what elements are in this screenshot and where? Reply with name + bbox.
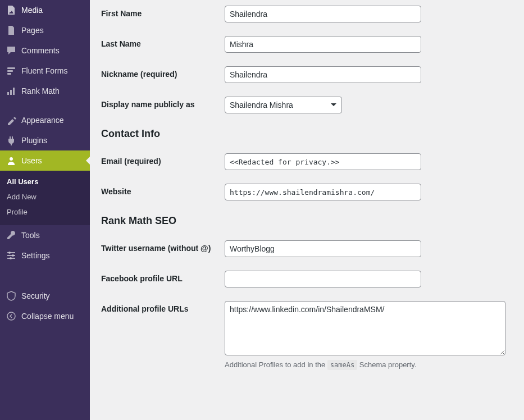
sidebar-item-label: Media (21, 6, 43, 15)
svg-rect-3 (7, 92, 9, 95)
chart-icon (6, 85, 17, 97)
additional-urls-label: Additional profile URLs (101, 301, 225, 313)
sidebar-item-collapse[interactable]: Collapse menu (0, 306, 90, 326)
plugins-icon (6, 135, 17, 146)
display-name-label: Display name publicly as (101, 97, 225, 109)
sidebar-item-label: Plugins (21, 136, 47, 145)
svg-rect-4 (10, 90, 12, 95)
collapse-icon (6, 311, 17, 322)
svg-point-10 (12, 254, 14, 257)
sidebar-item-plugins[interactable]: Plugins (0, 130, 90, 150)
comments-icon (6, 45, 17, 56)
sameas-code: sameAs (327, 360, 357, 370)
admin-sidebar: Media Pages Comments Fluent Forms Rank M… (0, 0, 90, 420)
svg-rect-0 (7, 67, 15, 69)
display-name-select[interactable]: Shailendra Mishra (225, 97, 342, 113)
sidebar-item-label: Rank Math (21, 86, 60, 95)
tools-icon (6, 230, 17, 241)
first-name-label: First Name (101, 6, 225, 18)
svg-point-12 (10, 257, 12, 259)
website-input[interactable] (225, 184, 421, 200)
svg-rect-2 (7, 73, 11, 75)
sidebar-item-security[interactable]: Security (0, 286, 90, 306)
svg-rect-5 (13, 88, 15, 95)
rankmath-heading: Rank Math SEO (101, 215, 513, 227)
sidebar-item-users[interactable]: Users (0, 150, 90, 171)
email-label: Email (required) (101, 153, 225, 166)
facebook-input[interactable] (225, 271, 421, 287)
appearance-icon (6, 115, 17, 126)
users-submenu: All Users Add New Profile (0, 171, 90, 225)
submenu-add-new[interactable]: Add New (0, 189, 90, 204)
settings-icon (6, 250, 17, 261)
sidebar-item-label: Settings (21, 251, 50, 260)
submenu-profile[interactable]: Profile (0, 204, 90, 220)
facebook-label: Facebook profile URL (101, 271, 225, 283)
svg-point-8 (8, 252, 11, 254)
sidebar-item-label: Appearance (21, 116, 64, 125)
twitter-input[interactable] (225, 240, 421, 257)
first-name-input[interactable] (225, 6, 421, 22)
additional-urls-textarea[interactable]: https://www.linkedin.com/in/ShailendraMS… (225, 301, 505, 355)
contact-info-heading: Contact Info (101, 128, 513, 140)
sidebar-item-media[interactable]: Media (0, 0, 90, 20)
main-content: First Name Last Name Nickname (required)… (90, 0, 524, 420)
svg-point-13 (7, 312, 15, 320)
svg-rect-1 (7, 70, 13, 72)
last-name-input[interactable] (225, 36, 421, 53)
nickname-input[interactable] (225, 66, 421, 83)
forms-icon (6, 65, 17, 76)
additional-urls-description: Additional Profiles to add in the sameAs… (225, 360, 505, 369)
media-icon (6, 4, 17, 16)
nickname-label: Nickname (required) (101, 66, 225, 79)
submenu-all-users[interactable]: All Users (0, 174, 90, 189)
sidebar-item-label: Security (21, 291, 50, 300)
sidebar-item-appearance[interactable]: Appearance (0, 110, 90, 130)
sidebar-item-rank-math[interactable]: Rank Math (0, 81, 90, 101)
sidebar-item-label: Tools (21, 231, 40, 240)
email-input[interactable] (225, 153, 421, 170)
pages-icon (6, 25, 17, 36)
last-name-label: Last Name (101, 36, 225, 48)
sidebar-item-comments[interactable]: Comments (0, 40, 90, 61)
sidebar-item-label: Collapse menu (21, 312, 74, 321)
sidebar-item-label: Comments (21, 46, 60, 55)
website-label: Website (101, 184, 225, 196)
sidebar-item-label: Pages (21, 26, 44, 35)
sidebar-item-label: Users (21, 156, 42, 165)
twitter-label: Twitter username (without @) (101, 240, 225, 253)
sidebar-item-fluent-forms[interactable]: Fluent Forms (0, 61, 90, 81)
sidebar-item-label: Fluent Forms (21, 66, 67, 75)
shield-icon (6, 290, 17, 302)
sidebar-item-tools[interactable]: Tools (0, 225, 90, 245)
users-icon (6, 155, 17, 166)
sidebar-item-settings[interactable]: Settings (0, 245, 90, 266)
svg-point-6 (10, 157, 13, 161)
sidebar-item-pages[interactable]: Pages (0, 20, 90, 40)
